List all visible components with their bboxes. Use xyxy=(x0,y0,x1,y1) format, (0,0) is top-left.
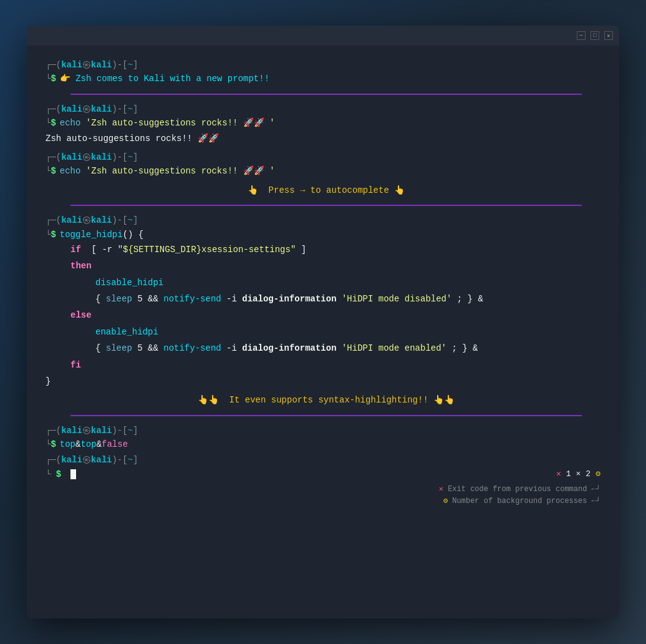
desktop: ─ □ ✕ ┌ ─ (kali㉿kali)-[~] └ $ 👉 Zsh come… xyxy=(0,0,646,644)
divider-1 xyxy=(70,94,582,95)
annotation-autocomplete: 👆 Press → to autocomplete 👆 xyxy=(46,183,607,197)
code-sleep-disable: { sleep 5 && notify-send -i dialog-infor… xyxy=(46,292,607,306)
exit-code-value: 1 xyxy=(566,468,571,481)
prompt-block-2: ┌ ─ (kali㉿kali)-[~] └ $ echo 'Zsh auto-s… xyxy=(46,102,607,130)
prompt-top-1: ┌ ─ (kali㉿kali)-[~] xyxy=(46,58,607,72)
close-button[interactable]: ✕ xyxy=(604,31,613,40)
prompt-block-6: ┌ ─ (kali㉿kali)-[~] └ $ ✕ 1 × 2 xyxy=(46,453,607,482)
hint-exit-code: ✕ Exit code from previous command ←┘ xyxy=(46,484,600,495)
prompt-top-4: ┌ ─ (kali㉿kali)-[~] xyxy=(46,213,607,227)
code-enable: enable_hidpi xyxy=(46,325,607,339)
prompt-block-4: ┌ ─ (kali㉿kali)-[~] └ $ toggle_hidpi() { xyxy=(46,213,607,242)
status-bar: ✕ 1 × 2 ⚙ xyxy=(550,467,607,482)
prompt-cmd-4: └ $ toggle_hidpi() { xyxy=(46,228,607,242)
bg-process-count: 2 xyxy=(586,468,591,481)
code-close-brace: } xyxy=(46,374,607,388)
prompt-top-5: ┌ ─ (kali㉿kali)-[~] xyxy=(46,424,607,437)
prompt-block-5: ┌ ─ (kali㉿kali)-[~] └ $ top & top & fals… xyxy=(46,424,607,452)
code-if: if [ -r "${SETTINGS_DIR}xsession-setting… xyxy=(46,243,607,256)
status-hints: ✕ Exit code from previous command ←┘ ⚙ N… xyxy=(46,484,607,512)
prompt-cmd-2: └ $ echo 'Zsh auto-suggestions rocks!! 🚀… xyxy=(46,116,607,130)
prompt-cmd-3: └ $ echo 'Zsh auto-suggestions rocks!! 🚀… xyxy=(46,164,607,178)
output-2: Zsh auto-suggestions rocks!! 🚀🚀 xyxy=(46,132,607,145)
prompt-top-3: ┌ ─ (kali㉿kali)-[~] xyxy=(46,150,607,164)
prompt-block-3: ┌ ─ (kali㉿kali)-[~] └ $ echo 'Zsh auto-s… xyxy=(46,150,607,178)
code-disable: disable_hidpi xyxy=(46,276,607,290)
hint-bg-processes: ⚙ Number of background processes ←┘ xyxy=(46,495,600,507)
title-bar: ─ □ ✕ xyxy=(27,26,619,46)
exit-code-indicator: ✕ xyxy=(556,468,561,481)
divider-2 xyxy=(70,205,582,206)
code-sleep-enable: { sleep 5 && notify-send -i dialog-infor… xyxy=(46,341,607,355)
prompt-cmd-6: └ $ ✕ 1 × 2 ⚙ xyxy=(46,467,607,482)
divider-3 xyxy=(70,415,582,416)
prompt-top-6: ┌ ─ (kali㉿kali)-[~] xyxy=(46,453,607,467)
terminal-content: ┌ ─ (kali㉿kali)-[~] └ $ 👉 Zsh comes to K… xyxy=(27,46,619,618)
code-else: else xyxy=(46,308,607,322)
maximize-button[interactable]: □ xyxy=(591,31,599,40)
code-then: then xyxy=(46,259,607,273)
gear-icon: ⚙ xyxy=(595,468,600,481)
prompt-cmd-1: └ $ 👉 Zsh comes to Kali with a new promp… xyxy=(46,72,607,85)
terminal-window: ─ □ ✕ ┌ ─ (kali㉿kali)-[~] └ $ 👉 Zsh come… xyxy=(27,26,619,618)
prompt-top-2: ┌ ─ (kali㉿kali)-[~] xyxy=(46,102,607,116)
prompt-cmd-5: └ $ top & top & false xyxy=(46,437,607,451)
minimize-button[interactable]: ─ xyxy=(577,31,586,40)
prompt-block-1: ┌ ─ (kali㉿kali)-[~] └ $ 👉 Zsh comes to K… xyxy=(46,58,607,86)
code-fi: fi xyxy=(46,358,607,372)
annotation-syntax: 👆👆 It even supports syntax-highlighting!… xyxy=(46,393,607,407)
cursor xyxy=(70,469,76,479)
